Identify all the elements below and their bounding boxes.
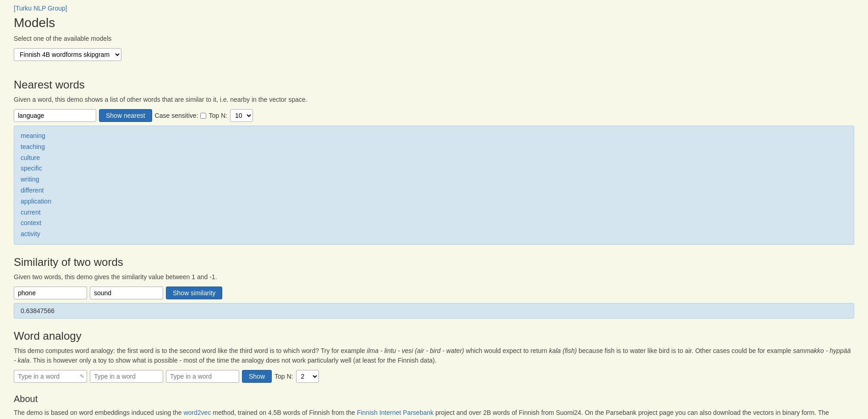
result-word-5[interactable]: writing [21,174,847,185]
similarity-input-1[interactable] [14,287,87,299]
turku-nlp-link[interactable]: [Turku NLP Group] [14,5,854,12]
analogy-desc-2: which would expect to return [464,347,549,354]
about-title: About [14,394,854,404]
case-sensitive-checkbox[interactable] [200,113,206,119]
nearest-words-input[interactable] [14,109,96,122]
result-word-6[interactable]: different [21,185,847,196]
nearest-words-input-row: Show nearest Case sensitive: Top N: 10 5… [14,109,854,122]
models-title: Models [14,16,854,30]
nearest-words-results: meaning teaching culture specific writin… [14,126,854,245]
analogy-result-italic: kala (fish) [549,347,577,354]
parsebank-link[interactable]: Finnish Internet Parsebank [357,409,434,416]
about-text: The demo is based on word embeddings ind… [14,408,854,419]
analogy-desc-3: because fish is to water like bird is to… [577,347,793,354]
analogy-input-1[interactable] [14,370,87,383]
result-word-4[interactable]: specific [21,163,847,174]
word-analogy-description: This demo computes word analogy: the fir… [14,346,854,365]
nearest-words-title: Nearest words [14,78,854,91]
result-word-3[interactable]: culture [21,153,847,164]
similarity-input-row: Show similarity [14,287,854,299]
models-description: Select one of the available models [14,34,854,44]
result-word-9[interactable]: context [21,218,847,229]
nearest-words-section: Nearest words Given a word, this demo sh… [14,78,854,245]
about-text-1: The demo is based on word embeddings ind… [14,409,183,416]
nearest-words-description: Given a word, this demo shows a list of … [14,95,854,105]
result-word-1[interactable]: meaning [21,131,847,142]
analogy-input-2[interactable] [90,370,163,383]
analogy-topn-select[interactable]: 2 1 3 5 10 [296,370,319,383]
about-text-2: method, trained on 4.5B words of Finnish… [211,409,357,416]
model-select[interactable]: Finnish 4B wordforms skipgram [14,48,121,61]
topn-label: Top N: [209,112,227,119]
analogy-input-3[interactable] [166,370,239,383]
analogy-topn-label: Top N: [275,373,293,380]
show-similarity-button[interactable]: Show similarity [166,287,222,299]
result-word-7[interactable]: application [21,196,847,207]
models-section: Models Select one of the available model… [14,16,854,67]
similarity-input-2[interactable] [90,287,163,299]
word-analogy-section: Word analogy This demo computes word ana… [14,330,854,383]
result-word-8[interactable]: current [21,207,847,218]
show-analogy-button[interactable]: Show [242,370,272,383]
analogy-desc-1: This demo computes word analogy: the fir… [14,347,367,354]
case-sensitive-label: Case sensitive: [155,112,206,119]
analogy-input-1-wrapper: ✎ [14,370,87,383]
word-analogy-title: Word analogy [14,330,854,342]
analogy-desc-4: . This is however only a toy to show wha… [29,357,436,364]
analogy-example-1: ilma - lintu - vesi (air - bird - water) [367,347,464,354]
about-section: About The demo is based on word embeddin… [14,394,854,419]
word2vec-link[interactable]: word2vec [183,409,211,416]
similarity-description: Given two words, this demo gives the sim… [14,272,854,282]
show-nearest-button[interactable]: Show nearest [99,109,152,122]
similarity-section: Similarity of two words Given two words,… [14,256,854,319]
similarity-result: 0.63847566 [14,303,854,319]
result-word-2[interactable]: teaching [21,142,847,153]
nearest-topn-select[interactable]: 10 5 20 50 [230,109,253,122]
result-word-10[interactable]: activity [21,229,847,240]
similarity-title: Similarity of two words [14,256,854,269]
analogy-input-row: ✎ Show Top N: 2 1 3 5 10 [14,370,854,383]
